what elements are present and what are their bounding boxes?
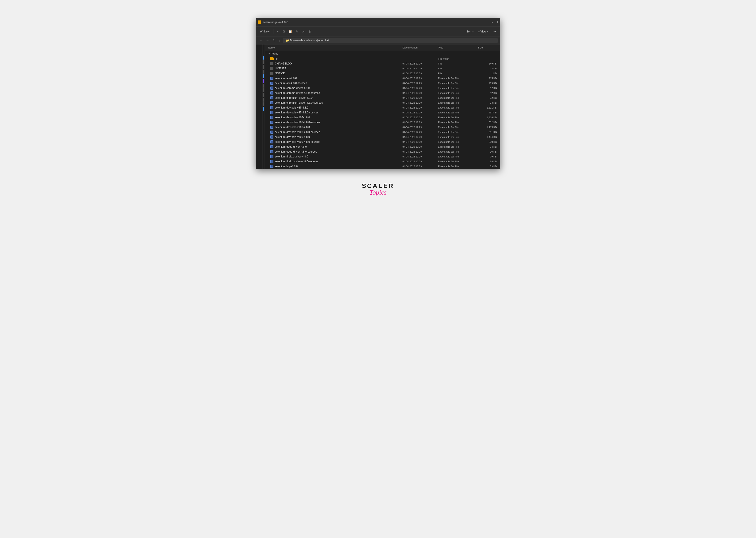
table-row[interactable]: selenium-edge-driver-4.8.0 04-04-2023 12… (265, 144, 500, 149)
file-size: 601 KB (477, 131, 499, 134)
file-icon-wrap (270, 57, 274, 61)
expand-row-1[interactable]: › (256, 55, 262, 60)
table-row[interactable]: selenium-devtools-v85-4.8.0 04-04-2023 1… (265, 105, 500, 110)
jar-icon (270, 91, 274, 94)
jar-icon (270, 77, 274, 80)
table-row[interactable]: selenium-api-4.8.0-sources 04-04-2023 12… (265, 81, 500, 85)
file-date: 04-04-2023 12:29 (401, 140, 436, 143)
expand-row-6[interactable] (256, 80, 262, 84)
file-size: 17 KB (477, 87, 499, 89)
file-name-cell: selenium-devtools-v107-4.8.0-sources (267, 121, 401, 124)
file-name-cell: selenium-devtools-v109-4.8.0 (267, 135, 401, 139)
file-icon (270, 67, 274, 70)
jar-icon (270, 126, 274, 129)
file-name: selenium-devtools-v85-4.8.0 (275, 106, 309, 109)
file-type: Executable Jar File (436, 101, 477, 104)
file-name-cell: selenium-devtools-v85-4.8.0-sources (267, 111, 401, 114)
col-date[interactable]: Date modified (401, 45, 436, 50)
table-row[interactable]: selenium-http-4.8.0 04-04-2023 12:29 Exe… (265, 164, 500, 169)
address-path[interactable]: 📁 Downloads › selenium-java-4.8.0 (283, 38, 498, 43)
sort-button[interactable]: ↑ Sort ∨ (463, 29, 476, 34)
color-bar-gray-4 (263, 83, 264, 88)
expand-row-2[interactable] (256, 60, 262, 65)
col-type[interactable]: Type (436, 45, 477, 50)
file-date: 04-04-2023 12:29 (401, 116, 436, 119)
file-size: 609 KB (477, 140, 499, 143)
file-icon-wrap (270, 91, 274, 95)
close-button[interactable]: × (490, 21, 495, 24)
file-size: 1 KB (477, 72, 499, 75)
more-options-button[interactable]: ··· (491, 29, 497, 34)
table-row[interactable]: selenium-devtools-v107-4.8.0 04-04-2023 … (265, 115, 500, 120)
table-row[interactable]: selenium-api-4.8.0 04-04-2023 12:29 Exec… (265, 76, 500, 81)
file-name-cell: selenium-firefox-driver-4.8.0-sources (267, 160, 401, 163)
table-row[interactable]: LICENSE 04-04-2023 12:29 File 12 KB (265, 66, 500, 71)
file-size: 59 KB (477, 165, 499, 168)
forward-button[interactable]: → (265, 38, 270, 43)
jar-icon (270, 101, 274, 104)
table-row[interactable]: selenium-devtools-v108-4.8.0 04-04-2023 … (265, 125, 500, 130)
table-row[interactable]: CHANGELOG 04-04-2023 12:29 File 149 KB (265, 61, 500, 66)
refresh-button[interactable]: ↻ (272, 38, 276, 43)
file-type: Executable Jar File (436, 92, 477, 94)
table-row[interactable]: selenium-firefox-driver-4.8.0 04-04-2023… (265, 154, 500, 159)
back-button[interactable]: ← (259, 38, 263, 43)
expand-row-7[interactable] (256, 84, 262, 89)
col-name[interactable]: Name (267, 45, 401, 50)
file-type: Executable Jar File (436, 106, 477, 109)
file-date: 04-04-2023 12:29 (401, 165, 436, 168)
file-name: selenium-chrome-driver-4.8.0 (275, 86, 310, 90)
share-button[interactable]: ↗ (301, 29, 306, 34)
table-row[interactable]: selenium-devtools-v107-4.8.0-sources 04-… (265, 120, 500, 125)
title-bar: selenium-java-4.8.0 × + (256, 18, 500, 27)
group-toggle[interactable]: ∨ (268, 52, 270, 55)
file-icon (270, 62, 274, 65)
table-row[interactable]: selenium-chromium-driver-4.8.0 04-04-202… (265, 95, 500, 100)
delete-button[interactable]: 🗑 (307, 29, 313, 34)
expand-row-8[interactable]: › (256, 89, 262, 94)
color-bar-gray-3 (263, 70, 264, 74)
table-row[interactable]: selenium-devtools-v109-4.8.0-sources 04-… (265, 139, 500, 144)
expand-row-5[interactable] (256, 75, 262, 80)
table-row[interactable]: selenium-chromium-driver-4.8.0-sources 0… (265, 100, 500, 105)
jar-icon (270, 145, 274, 148)
table-row[interactable]: lib File folder (265, 56, 500, 61)
view-button[interactable]: ≡ View ∨ (477, 29, 490, 34)
copy-button[interactable]: ⧉ (281, 29, 286, 34)
file-type: Executable Jar File (436, 96, 477, 99)
table-row[interactable]: selenium-devtools-v85-4.8.0-sources 04-0… (265, 110, 500, 115)
color-bar-blue-3 (263, 107, 264, 111)
file-icon-wrap (270, 106, 274, 109)
file-name-cell: selenium-devtools-v108-4.8.0-sources (267, 130, 401, 134)
new-button[interactable]: + New (259, 29, 272, 34)
file-size: 23 KB (477, 101, 499, 104)
table-row[interactable]: selenium-edge-driver-4.8.0-sources 04-04… (265, 149, 500, 154)
expand-row-4[interactable] (256, 70, 262, 75)
rename-button[interactable]: ✎ (294, 29, 300, 34)
table-row[interactable]: selenium-chrome-driver-4.8.0 04-04-2023 … (265, 85, 500, 90)
file-name: NOTICE (275, 72, 285, 75)
file-icon-wrap (270, 150, 274, 153)
cut-button[interactable]: ✂ (275, 29, 280, 34)
color-bar-gray-7 (263, 98, 264, 102)
file-date: 04-04-2023 12:29 (401, 77, 436, 80)
file-size: 10 KB (477, 150, 499, 153)
table-row[interactable]: selenium-devtools-v108-4.8.0-sources 04-… (265, 130, 500, 134)
file-type: File (436, 67, 477, 70)
table-row[interactable]: NOTICE 04-04-2023 12:29 File 1 KB (265, 71, 500, 76)
file-name-cell: selenium-devtools-v107-4.8.0 (267, 116, 401, 119)
file-name-cell: selenium-http-4.8.0 (267, 165, 401, 168)
up-button[interactable]: ↑ (278, 38, 281, 43)
window-title: selenium-java-4.8.0 (263, 21, 490, 24)
jar-icon (270, 106, 274, 109)
table-row[interactable]: selenium-firefox-driver-4.8.0-sources 04… (265, 159, 500, 164)
file-icon-wrap (270, 116, 274, 119)
file-type: Executable Jar File (436, 136, 477, 138)
new-tab-button[interactable]: + (496, 20, 498, 24)
col-size[interactable]: Size (477, 45, 499, 50)
paste-button[interactable]: 📋 (287, 29, 294, 34)
table-row[interactable]: selenium-chrome-driver-4.8.0-sources 04-… (265, 90, 500, 95)
expand-row-3[interactable] (256, 65, 262, 70)
table-row[interactable]: selenium-devtools-v109-4.8.0 04-04-2023 … (265, 134, 500, 139)
file-name-cell: lib (267, 57, 401, 61)
